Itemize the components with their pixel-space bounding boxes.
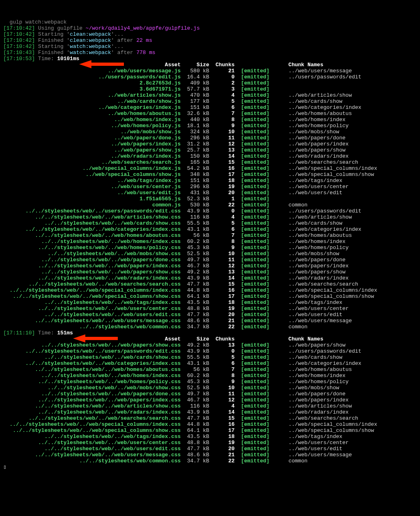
table-row: ../web/mobs/show.js 324 kB 10 [emitted] … <box>3 129 417 135</box>
table-row: ../../stylesheets/web/../users/passwords… <box>3 348 417 354</box>
table-row: ../../stylesheets/web/../web/radars/inde… <box>3 275 417 281</box>
table-row: ../../stylesheets/web/../web/homes/index… <box>3 373 417 379</box>
table-row: ../../stylesheets/web/../web/users/edit.… <box>3 312 417 318</box>
table-row: ../web/homes/aboutus.js 32.6 kB 7 [emitt… <box>3 111 417 117</box>
table-row: ../../stylesheets/web/common.css 34.7 kB… <box>3 324 417 330</box>
time-line: [17:10:53] Time: 10101ms <box>3 56 417 62</box>
table-row: ../../stylesheets/web/../web/categories/… <box>3 360 417 366</box>
table-row: ../web/papers/show.js 25.7 kB 13 [emitte… <box>3 147 417 153</box>
time-line: [17:11:10] Time: 151ms <box>3 330 417 336</box>
table-row: ../web/homes/policy.js 18.1 kB 9 [emitte… <box>3 123 417 129</box>
table-row: ../web/users/message.js 580 kB 21 [emitt… <box>3 68 417 74</box>
table-row: ../../stylesheets/web/../web/homes/polic… <box>3 379 417 385</box>
table-row: 2.8c27653d.js 409 kB 2 [emitted] <box>3 80 417 86</box>
table-row: ../../stylesheets/web/../web/cards/show.… <box>3 354 417 360</box>
log-line: [17:10:42] Finished 'clean:webpack' afte… <box>3 37 417 43</box>
prompt-line: gulp watch:webpack <box>3 19 417 25</box>
table-row: ../../stylesheets/web/../web/papers/done… <box>3 257 417 263</box>
table-row: ../web/categories/index.js 151 kB 6 [emi… <box>3 104 417 111</box>
table-row: ../../stylesheets/web/../web/homes/about… <box>3 232 417 238</box>
table-row: ../../stylesheets/web/../web/cards/show.… <box>3 220 417 226</box>
table-row: ../web/users/edit.js 431 kB 20 [emitted]… <box>3 190 417 196</box>
table-row: ../../stylesheets/web/../web/homes/polic… <box>3 245 417 251</box>
table-row: ../../stylesheets/web/../web/tags/index.… <box>3 299 417 306</box>
table-header: Asset Size Chunks Chunk Names <box>3 62 417 68</box>
table-row: ../web/articles/show.js 470 kB 4 [emitte… <box>3 92 417 98</box>
table-row: ../web/users/center.js 296 kB 19 [emitte… <box>3 184 417 190</box>
svg-marker-1 <box>73 334 118 343</box>
table-row: ../../stylesheets/web/../web/searches/se… <box>3 415 417 421</box>
table-row: ../web/radars/index.js 150 kB 14 [emitte… <box>3 153 417 159</box>
log-line: [17:10:42] Starting 'clean:webpack'... <box>3 31 417 37</box>
table-row: ../../stylesheets/web/../web/papers/inde… <box>3 397 417 403</box>
table-row: ../web/homes/index.js 440 kB 8 [emitted]… <box>3 117 417 123</box>
table-row: ../../stylesheets/web/../web/papers/done… <box>3 391 417 397</box>
table-row: ../../stylesheets/web/../web/homes/about… <box>3 366 417 373</box>
table-row: ../web/papers/done.js 296 kB 11 [emitted… <box>3 135 417 141</box>
table-row: ../../stylesheets/web/../web/radars/inde… <box>3 409 417 415</box>
log-line: [17:10:42] Starting 'watch:webpack'... <box>3 43 417 50</box>
table-row: ../../stylesheets/web/../web/articles/sh… <box>3 214 417 220</box>
table-header: Asset Size Chunks Chunk Names <box>3 336 417 342</box>
table-row: ../../stylesheets/web/../web/special_col… <box>3 421 417 427</box>
table-row: ../web/cards/show.js 177 kB 5 [emitted] … <box>3 98 417 104</box>
table-row: ../../stylesheets/web/../web/papers/inde… <box>3 263 417 269</box>
svg-marker-0 <box>79 60 124 68</box>
table-row: ../web/searches/search.js 165 kB 15 [emi… <box>3 159 417 165</box>
table-row: ../../stylesheets/web/../web/papers/show… <box>3 342 417 348</box>
table-row: ../web/special_columns/show.js 348 kB 17… <box>3 171 417 178</box>
table-row: ../web/special_columns/index.js 54.2 kB … <box>3 165 417 171</box>
table-row: ../../stylesheets/web/../web/special_col… <box>3 287 417 293</box>
table-row: ../../stylesheets/web/../web/homes/index… <box>3 238 417 245</box>
table-row: ../../stylesheets/web/../web/articles/sh… <box>3 403 417 409</box>
table-row: ../../stylesheets/web/../web/users/messa… <box>3 452 417 458</box>
cursor: ▯ <box>3 464 417 470</box>
table-row: ../../stylesheets/web/../web/mobs/show.c… <box>3 385 417 391</box>
table-row: ../web/papers/index.js 31.2 kB 12 [emitt… <box>3 141 417 147</box>
table-row: ../../stylesheets/web/../web/users/edit.… <box>3 446 417 452</box>
table-row: common.js 530 kB 22 [emitted] common <box>3 202 417 208</box>
terminal-output: { "prompt_fragment": "gulp watch:webpack… <box>0 0 420 495</box>
table-row: ../../stylesheets/web/../web/mobs/show.c… <box>3 251 417 257</box>
table-row: ../../stylesheets/web/../web/tags/index.… <box>3 434 417 440</box>
table-row: ../../stylesheets/web/../web/users/messa… <box>3 318 417 324</box>
table-row: ../../stylesheets/web/../users/passwords… <box>3 208 417 214</box>
log-line: [17:10:42] Using gulpfile ~/work/qdaily4… <box>3 25 417 31</box>
table-row: ../../stylesheets/web/../web/special_col… <box>3 293 417 299</box>
table-row: ../../stylesheets/web/../web/categories/… <box>3 226 417 232</box>
table-row: 1.f51a6565.js 52.3 kB 1 [emitted] <box>3 196 417 202</box>
table-row: 3.6d671971.js 57.7 kB 3 [emitted] <box>3 86 417 92</box>
table-row: ../../stylesheets/web/../web/searches/se… <box>3 281 417 287</box>
table-row: ../../stylesheets/web/../web/users/cente… <box>3 440 417 446</box>
log-line: [17:10:43] Finished 'watch:webpack' afte… <box>3 50 417 56</box>
table-row: ../../stylesheets/web/../web/users/cente… <box>3 306 417 312</box>
table-row: ../web/tags/index.js 151 kB 18 [emitted]… <box>3 178 417 184</box>
table-row: ../users/passwords/edit.js 16.4 kB 0 [em… <box>3 74 417 80</box>
table-row: ../../stylesheets/web/common.css 34.7 kB… <box>3 458 417 464</box>
table-row: ../../stylesheets/web/../web/papers/show… <box>3 269 417 275</box>
table-row: ../../stylesheets/web/../web/special_col… <box>3 427 417 434</box>
